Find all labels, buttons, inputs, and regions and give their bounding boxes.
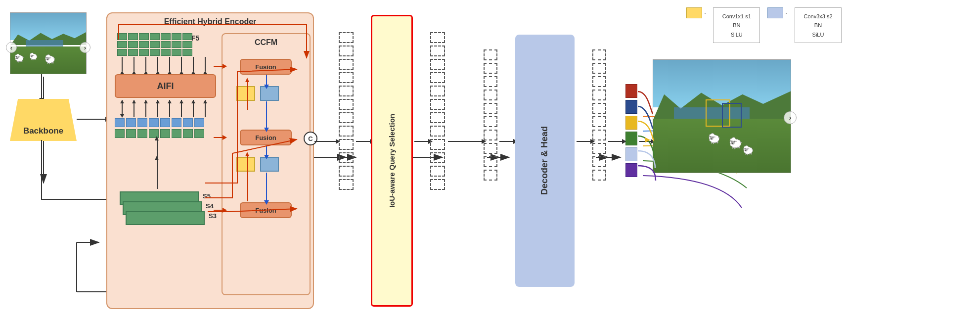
decoder-right-boxes [592, 49, 606, 181]
ccfm-box: CCFM Fusion Fusion Fusion [222, 33, 311, 295]
decoder-label: Decoder & Head [539, 126, 550, 195]
green-feature-row [115, 129, 204, 138]
main-diagram: ‹ 🐑 🐑 🐑 › Backbone [0, 0, 980, 321]
f5-grid [117, 33, 192, 56]
encoder-title: Efficient Hybrid Encoder [164, 17, 257, 26]
aifi-box: AIFI [115, 74, 216, 98]
aifi-label: AIFI [157, 81, 174, 92]
iou-right-boxes [430, 32, 445, 190]
arrow-image-to-backbone [41, 74, 42, 99]
input-image: 🐑 🐑 🐑 [10, 12, 87, 74]
c-circle: C [304, 132, 317, 145]
f5-label: F5 [191, 34, 199, 42]
iou-left-boxes [339, 32, 354, 190]
decoder-main-box: Decoder & Head [515, 35, 575, 287]
blue-feature-row [115, 118, 204, 127]
output-color-swatches [625, 84, 637, 177]
legend-box-1: Conv1x1 s1 BN SiLU [713, 7, 760, 43]
s5-label: S5 [203, 192, 211, 200]
nav-right-button[interactable]: › [80, 42, 90, 53]
fusion-top: Fusion [240, 59, 292, 75]
arrow-backbone-out [41, 140, 42, 199]
iou-label-text: IoU-aware Query Selection [387, 114, 397, 208]
stacked-maps: S5 S4 S3 [120, 191, 219, 251]
legend-section: - Conv1x1 s1 BN SiLU - Conv3x3 s2 BN SiL… [686, 7, 842, 43]
decoder-left-boxes [484, 49, 497, 181]
nav-left-button[interactable]: ‹ [6, 42, 17, 53]
backbone-label: Backbone [23, 126, 63, 136]
legend-box-2: Conv3x3 s2 BN SiLU [795, 7, 842, 43]
s4-label: S4 [206, 202, 214, 210]
output-image: 🐑 🐑 🐑 [653, 59, 791, 173]
s3-label: S3 [209, 212, 217, 220]
iou-label-box: IoU-aware Query Selection [371, 15, 413, 307]
input-section: ‹ 🐑 🐑 🐑 › [5, 12, 91, 74]
output-nav-right[interactable]: › [784, 111, 797, 124]
encoder-box: Efficient Hybrid Encoder F [106, 12, 314, 309]
ccfm-title: CCFM [223, 38, 310, 47]
backbone-box: Backbone [10, 99, 77, 141]
